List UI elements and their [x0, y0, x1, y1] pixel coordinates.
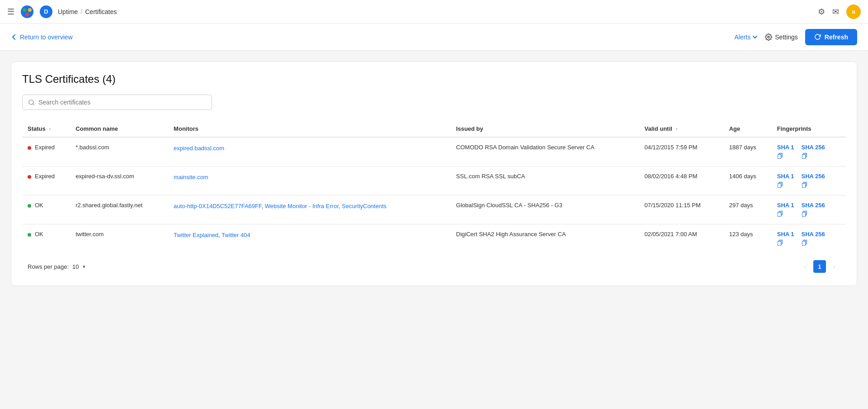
mail-icon[interactable]: ✉	[832, 7, 839, 17]
certificates-card: TLS Certificates (4) Status ↑ Common nam…	[11, 62, 857, 286]
cell-common-name: expired-rsa-dv.ssl.com	[70, 166, 168, 195]
sha256-copy-icon[interactable]: 🗍	[802, 239, 808, 247]
page-navigation: ‹ 1 ›	[799, 260, 840, 273]
table-row: OKtwitter.comTwitter Explained, Twitter …	[22, 224, 846, 253]
app-logo	[20, 5, 34, 19]
table-row: Expired*.badssl.comexpired.badssl.comCOM…	[22, 137, 846, 166]
sha256-copy-icon[interactable]: 🗍	[802, 181, 808, 189]
settings-button[interactable]: Settings	[765, 33, 798, 41]
sha1-copy-icon[interactable]: 🗍	[777, 181, 783, 189]
status-label: Expired	[35, 144, 55, 151]
sha256-label[interactable]: SHA 256	[802, 231, 825, 238]
cell-fingerprints: SHA 1 🗍 SHA 256 🗍	[772, 195, 846, 224]
main-content: TLS Certificates (4) Status ↑ Common nam…	[0, 51, 868, 297]
gear-icon	[765, 33, 772, 41]
col-age: Age	[724, 121, 772, 137]
page-title: TLS Certificates (4)	[22, 73, 846, 86]
pagination: Rows per page: 10 ▾ ‹ 1 ›	[22, 253, 846, 275]
status-dot	[28, 204, 31, 208]
status-dot	[28, 233, 31, 237]
cell-status: Expired	[22, 137, 70, 166]
col-fingerprints: Fingerprints	[772, 121, 846, 137]
col-common-name: Common name	[70, 121, 168, 137]
cell-monitors: mainsite.com	[168, 166, 451, 195]
cell-status: Expired	[22, 166, 70, 195]
sha256-label[interactable]: SHA 256	[802, 202, 825, 209]
svg-point-1	[23, 8, 26, 12]
col-status[interactable]: Status ↑	[22, 121, 70, 137]
monitor-link[interactable]: mainsite.com	[174, 174, 208, 181]
cell-monitors: Twitter Explained, Twitter 404	[168, 224, 451, 253]
cell-status: OK	[22, 195, 70, 224]
cell-status: OK	[22, 224, 70, 253]
cell-valid-until: 08/02/2016 4:48 PM	[639, 166, 723, 195]
status-dot	[28, 175, 31, 179]
cell-age: 1406 days	[724, 166, 772, 195]
user-avatar-a[interactable]: a	[846, 5, 861, 19]
rows-per-page-value: 10	[72, 263, 79, 270]
monitor-link[interactable]: Website Monitor - Infra Error	[265, 203, 339, 209]
next-page-button[interactable]: ›	[828, 260, 840, 273]
col-valid-until[interactable]: Valid until ↑	[639, 121, 723, 137]
chevron-down-icon: ▾	[83, 264, 85, 270]
monitor-link[interactable]: SecurityContents	[342, 203, 387, 209]
sha256-label[interactable]: SHA 256	[802, 173, 825, 180]
menu-icon[interactable]: ☰	[7, 7, 14, 17]
col-issued-by: Issued by	[451, 121, 639, 137]
alerts-button[interactable]: Alerts	[734, 33, 758, 41]
cell-age: 297 days	[724, 195, 772, 224]
status-dot	[28, 146, 31, 150]
svg-point-2	[28, 8, 32, 12]
sha1-copy-icon[interactable]: 🗍	[777, 152, 783, 160]
cell-valid-until: 04/12/2015 7:59 PM	[639, 137, 723, 166]
sha1-copy-icon[interactable]: 🗍	[777, 239, 783, 247]
rows-per-page[interactable]: Rows per page: 10 ▾	[28, 263, 85, 270]
sha1-label[interactable]: SHA 1	[777, 202, 794, 209]
sha1-label[interactable]: SHA 1	[777, 231, 794, 238]
monitor-link[interactable]: auto-http-0X14D5C52E77FA69FF	[174, 203, 261, 209]
toolbar: Return to overview Alerts Settings Refre…	[0, 24, 868, 51]
refresh-button[interactable]: Refresh	[805, 29, 857, 45]
breadcrumb-app[interactable]: Uptime	[58, 8, 78, 15]
refresh-icon	[814, 33, 821, 40]
sha1-copy-icon[interactable]: 🗍	[777, 210, 783, 218]
cell-issued-by: COMODO RSA Domain Validation Secure Serv…	[451, 137, 639, 166]
search-bar	[22, 95, 212, 110]
back-icon	[11, 34, 17, 40]
monitor-link[interactable]: expired.badssl.com	[174, 145, 224, 152]
status-label: OK	[35, 202, 43, 209]
prev-page-button[interactable]: ‹	[799, 260, 811, 273]
cell-common-name: *.badssl.com	[70, 137, 168, 166]
monitor-link[interactable]: Twitter 404	[222, 232, 250, 238]
status-label: OK	[35, 231, 43, 238]
cell-issued-by: DigiCert SHA2 High Assurance Server CA	[451, 224, 639, 253]
page-1-button[interactable]: 1	[813, 260, 826, 273]
back-button[interactable]: Return to overview	[11, 33, 73, 41]
cell-monitors: expired.badssl.com	[168, 137, 451, 166]
col-monitors: Monitors	[168, 121, 451, 137]
sha256-label[interactable]: SHA 256	[802, 144, 825, 151]
toolbar-left: Return to overview	[11, 33, 73, 41]
user-avatar-d[interactable]: D	[40, 5, 52, 18]
cell-fingerprints: SHA 1 🗍 SHA 256 🗍	[772, 166, 846, 195]
sha256-copy-icon[interactable]: 🗍	[802, 152, 808, 160]
sha256-copy-icon[interactable]: 🗍	[802, 210, 808, 218]
top-navigation: ☰ D Uptime / Certificates ⚙ ✉ a	[0, 0, 868, 24]
cell-valid-until: 02/05/2021 7:00 AM	[639, 224, 723, 253]
search-input[interactable]	[38, 99, 206, 106]
breadcrumb: Uptime / Certificates	[58, 8, 117, 15]
status-label: Expired	[35, 173, 55, 180]
sha1-label[interactable]: SHA 1	[777, 173, 794, 180]
cell-age: 123 days	[724, 224, 772, 253]
table-body: Expired*.badssl.comexpired.badssl.comCOM…	[22, 137, 846, 253]
settings-icon[interactable]: ⚙	[818, 7, 825, 17]
breadcrumb-separator: /	[80, 8, 82, 15]
table-header: Status ↑ Common name Monitors Issued by …	[22, 121, 846, 137]
cell-fingerprints: SHA 1 🗍 SHA 256 🗍	[772, 137, 846, 166]
cell-fingerprints: SHA 1 🗍 SHA 256 🗍	[772, 224, 846, 253]
cell-common-name: twitter.com	[70, 224, 168, 253]
chevron-down-icon	[752, 34, 758, 40]
monitor-link[interactable]: Twitter Explained	[174, 232, 218, 238]
table-row: OKr2.shared.global.fastly.netauto-http-0…	[22, 195, 846, 224]
sha1-label[interactable]: SHA 1	[777, 144, 794, 151]
